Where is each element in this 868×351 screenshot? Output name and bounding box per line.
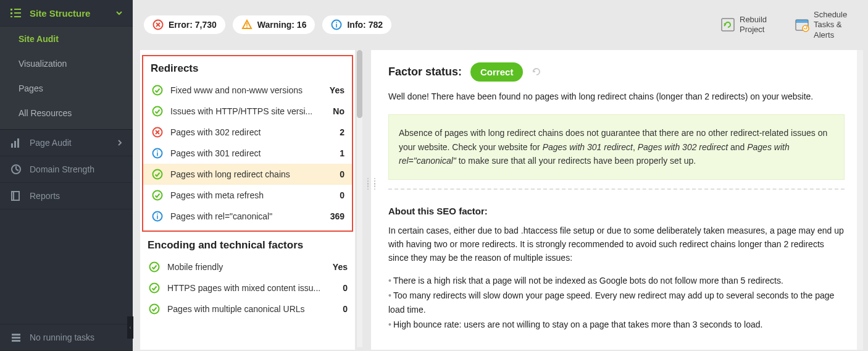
sidebar-tasks-label: No running tasks	[30, 332, 94, 342]
note-italic-2: Pages with 302 redirect	[638, 142, 728, 152]
factor-value: 0	[340, 190, 344, 200]
svg-rect-1	[10, 12, 12, 14]
error-icon	[152, 19, 164, 30]
svg-rect-23	[796, 20, 808, 23]
factor-label: Fixed www and non-www versions	[170, 85, 330, 95]
factor-row[interactable]: Fixed www and non-www versions Yes	[143, 80, 352, 101]
status-chip-warning[interactable]: Warning: 16	[233, 15, 315, 34]
svg-rect-5	[14, 16, 21, 17]
sidebar-tasks[interactable]: No running tasks	[0, 324, 133, 351]
svg-rect-10	[12, 192, 19, 200]
factor-row[interactable]: Issues with HTTP/HTTPS site versi... No	[143, 101, 352, 122]
factor-value: 0	[343, 304, 348, 314]
factor-row[interactable]: Pages with rel="canonical" 369	[143, 206, 352, 227]
panel-resize-handle[interactable]: ⋮⋮⋮⋮⋮⋮	[364, 180, 369, 195]
svg-point-38	[150, 304, 159, 313]
svg-rect-19	[336, 24, 338, 28]
note-c1: ,	[633, 142, 638, 152]
site-structure-icon	[10, 7, 22, 19]
left-scrollbar-thumb[interactable]	[357, 50, 362, 118]
factor-label: Pages with 301 redirect	[170, 148, 340, 158]
ok-icon	[151, 190, 164, 201]
redirects-title: Redirects	[143, 61, 352, 80]
encoding-title: Encoding and technical factors	[140, 238, 355, 256]
ok-icon	[148, 303, 161, 315]
svg-point-31	[153, 169, 162, 179]
info-icon	[331, 19, 342, 30]
svg-rect-7	[14, 141, 16, 148]
detail-panel: Factor status: Correct Well done! There …	[371, 50, 862, 350]
note-post: to make sure that all your redirects hav…	[456, 156, 696, 166]
sidebar-page-audit[interactable]: Page Audit	[0, 130, 133, 156]
svg-rect-11	[14, 192, 19, 200]
svg-rect-8	[17, 138, 19, 148]
sidebar-item-pages[interactable]: Pages	[0, 76, 133, 101]
sidebar: Site Structure Site Audit Visualization …	[0, 0, 133, 351]
factor-row[interactable]: Pages with 302 redirect 2	[143, 122, 352, 143]
reports-icon	[10, 190, 22, 201]
factor-label: HTTPS pages with mixed content issu...	[167, 283, 343, 293]
factor-value: Yes	[333, 262, 348, 272]
page-audit-icon	[10, 137, 22, 148]
svg-rect-16	[246, 23, 248, 26]
status-chip-warning-label: Warning: 16	[257, 20, 307, 30]
factor-label: Pages with multiple canonical URLs	[167, 304, 343, 314]
bullet-list: There is a high risk that a page will no…	[388, 274, 845, 332]
factor-value: 0	[343, 283, 348, 293]
status-chip-error[interactable]: Error: 7,730	[144, 15, 225, 34]
info-icon	[151, 211, 164, 222]
chevron-down-icon	[115, 9, 123, 17]
about-paragraph: In certain cases, either due to bad .hta…	[388, 224, 845, 265]
left-scrollbar[interactable]	[356, 50, 362, 347]
svg-rect-12	[12, 334, 20, 336]
sidebar-subgroup: Site Audit Visualization Pages All Resou…	[0, 27, 133, 130]
factor-row[interactable]: Pages with meta refresh 0	[143, 185, 352, 206]
note-italic-1: Pages with 301 redirect	[543, 142, 633, 152]
sidebar-item-site-audit[interactable]: Site Audit	[0, 27, 133, 51]
svg-point-37	[150, 283, 159, 292]
summary-text: Well done! There have been found no page…	[388, 90, 845, 104]
factor-label: Pages with 302 redirect	[170, 127, 340, 137]
svg-rect-34	[157, 215, 158, 219]
status-badge: Correct	[470, 62, 523, 82]
svg-rect-0	[10, 9, 12, 11]
redirects-section: Redirects Fixed www and non-www versions…	[142, 55, 353, 232]
svg-rect-2	[10, 16, 12, 17]
bullet-item: There is a high risk that a page will no…	[388, 274, 845, 289]
factor-row[interactable]: Pages with 301 redirect 1	[143, 143, 352, 164]
factor-row-selected[interactable]: Pages with long redirect chains 0	[143, 164, 352, 185]
sidebar-item-all-resources[interactable]: All Resources	[0, 101, 133, 125]
schedule-tasks-label: Schedule Tasks & Alerts	[814, 10, 857, 40]
svg-rect-35	[157, 213, 158, 214]
refresh-icon[interactable]	[532, 67, 541, 77]
rebuild-project-label: Rebuild Project	[740, 15, 783, 35]
svg-point-32	[153, 190, 162, 200]
sidebar-site-structure-label: Site Structure	[30, 8, 90, 19]
factor-row[interactable]: HTTPS pages with mixed content issu... 0	[140, 277, 355, 298]
sidebar-collapse-handle[interactable]: ‹	[127, 316, 133, 339]
factor-label: Pages with rel="canonical"	[170, 211, 330, 221]
factor-value: No	[333, 106, 344, 116]
error-icon	[151, 127, 164, 138]
status-chip-info[interactable]: Info: 782	[322, 15, 391, 34]
right-scrollbar-thumb[interactable]	[857, 50, 863, 350]
sidebar-domain-strength[interactable]: Domain Strength	[0, 156, 133, 183]
schedule-tasks-button[interactable]: Schedule Tasks & Alerts	[794, 10, 857, 40]
domain-strength-icon	[10, 164, 22, 175]
sidebar-item-visualization[interactable]: Visualization	[0, 51, 133, 76]
factor-row[interactable]: Pages with multiple canonical URLs 0	[140, 298, 355, 319]
rebuild-icon	[720, 17, 736, 33]
svg-rect-29	[157, 152, 158, 156]
bullet-item: Too many redirects will slow down your p…	[388, 289, 845, 318]
rebuild-project-button[interactable]: Rebuild Project	[720, 10, 783, 40]
factor-row[interactable]: Mobile friendly Yes	[140, 256, 355, 277]
sidebar-site-structure[interactable]: Site Structure	[0, 0, 133, 27]
sidebar-reports-label: Reports	[30, 191, 60, 201]
schedule-icon	[794, 17, 810, 33]
svg-rect-6	[11, 143, 13, 148]
svg-rect-4	[14, 12, 21, 14]
right-scrollbar[interactable]	[857, 50, 863, 347]
factor-status-label: Factor status:	[388, 66, 462, 78]
svg-point-36	[150, 262, 159, 271]
sidebar-reports[interactable]: Reports	[0, 183, 133, 209]
